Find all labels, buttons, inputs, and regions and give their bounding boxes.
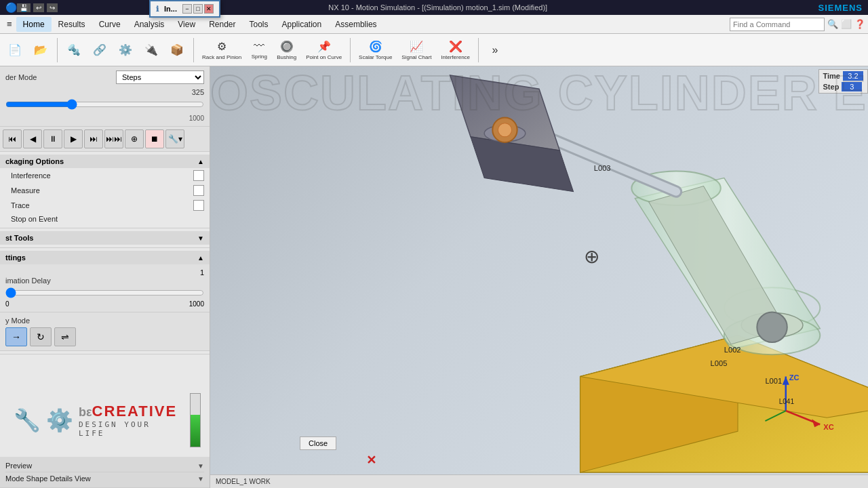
title-bar-buttons[interactable]: 💾 ↩ ↪	[17, 3, 58, 12]
svg-text:XC: XC	[823, 423, 833, 431]
toolbar-link[interactable]: 🔗	[87, 36, 112, 64]
help-icon[interactable]: ❓	[854, 19, 865, 29]
menu-analysis[interactable]: Analysis	[127, 17, 172, 32]
add-btn[interactable]: ⊕	[125, 129, 144, 148]
info-icon: ℹ	[156, 5, 159, 14]
mode-shape-arrow: ▼	[197, 475, 204, 483]
toolbar-driver[interactable]: ⚙️	[113, 36, 138, 64]
close-banner-label: Close	[309, 439, 328, 447]
toolbar-more[interactable]: »	[483, 36, 507, 64]
display-icon-group: → ↻ ⇌	[5, 327, 204, 346]
menu-curve[interactable]: Curve	[92, 17, 127, 32]
settings-header[interactable]: ttings ▲	[0, 251, 210, 264]
skip-to-start-btn[interactable]: ⏮	[3, 129, 22, 148]
mode-shape-dropdown[interactable]: Mode Shape Details View ▼	[5, 472, 204, 485]
progress-bar-fill	[191, 415, 200, 447]
menu-view[interactable]: View	[171, 17, 202, 32]
playback-max-value: 1000	[5, 115, 204, 122]
measure-checkbox[interactable]	[193, 185, 204, 196]
info-dialog: ℹ In... − □ ✕	[149, 0, 220, 18]
toolbar-open[interactable]: 📂	[28, 36, 53, 64]
display-mode-section: y Mode → ↻ ⇌	[0, 312, 210, 351]
stop-btn[interactable]: ⏹	[145, 129, 164, 148]
undo-btn[interactable]: ↩	[33, 3, 44, 12]
menu-assemblies[interactable]: Assemblies	[328, 17, 383, 32]
bushing-btn[interactable]: 🔘 Bushing	[273, 36, 300, 64]
svg-text:L005: L005	[711, 359, 728, 367]
display-swap-btn[interactable]: ⇌	[54, 327, 76, 346]
time-value[interactable]: 3.2	[843, 71, 863, 81]
packaging-chevron-up: ▲	[197, 158, 204, 165]
step-back-btn[interactable]: ◀	[23, 129, 42, 148]
gear-icon: ⚙️	[46, 407, 73, 433]
packaging-options-header[interactable]: ckaging Options ▲	[0, 155, 210, 168]
interference-row: Interference	[0, 168, 210, 183]
menu-application[interactable]: Application	[275, 17, 329, 32]
expand-icon[interactable]: ⬜	[841, 19, 852, 29]
viewport[interactable]: OSCULATING CYLINDER ENGINE	[210, 66, 868, 488]
playback-current-value: 325	[5, 88, 204, 96]
close-banner[interactable]: Close	[300, 436, 336, 450]
display-cycle-btn[interactable]: ↻	[30, 327, 52, 346]
anim-delay-value: 1	[5, 268, 204, 277]
playback-mode-select[interactable]: Steps Continuous Keyframe	[116, 70, 204, 84]
menu-results[interactable]: Results	[52, 17, 92, 32]
menu-render[interactable]: Render	[202, 17, 242, 32]
toolbar-new[interactable]: 📄	[3, 36, 27, 64]
anim-max: 1000	[189, 300, 204, 308]
toolbar-connector[interactable]: 🔌	[139, 36, 163, 64]
toolbar-joint[interactable]: 🔩	[62, 36, 86, 64]
svg-point-15	[498, 123, 511, 137]
preview-section: Preview ▼ Mode Shape Details View ▼	[0, 457, 210, 488]
preview-arrow: ▼	[197, 462, 204, 470]
time-step-overlay: Time 3.2 Step 3	[818, 69, 868, 94]
save-btn[interactable]: 💾	[17, 3, 31, 12]
rack-pinion-btn[interactable]: ⚙ Rack and Pinion	[198, 36, 245, 64]
post-tools-chevron: ▼	[197, 235, 204, 242]
toolbar-body[interactable]: 📦	[165, 36, 189, 64]
be-label: bε	[79, 405, 92, 420]
trace-checkbox[interactable]	[193, 200, 204, 211]
preview-label: Preview	[5, 462, 32, 470]
svg-text:L002: L002	[724, 346, 741, 354]
display-arrow-btn[interactable]: →	[5, 327, 27, 346]
toolbar-divider-1	[57, 38, 58, 62]
settings-play-btn[interactable]: 🔧▾	[165, 129, 184, 148]
left-panel: der Mode Steps Continuous Keyframe 325 1…	[0, 66, 210, 488]
point-on-curve-btn[interactable]: 📌 Point on Curve	[302, 36, 346, 64]
mode-shape-label: Mode Shape Details View	[5, 474, 91, 483]
model-svg: ZC XC L003 L002 L005 L001 L041	[210, 66, 868, 488]
menu-file[interactable]: ≡	[3, 18, 16, 30]
menu-tools[interactable]: Tools	[242, 17, 275, 32]
spring-btn[interactable]: 〰 Spring	[247, 36, 271, 64]
redo-btn[interactable]: ↪	[47, 3, 58, 12]
toolbar-divider-2	[193, 38, 194, 62]
anim-delay-slider[interactable]	[5, 287, 204, 298]
step-value[interactable]: 3	[842, 82, 862, 92]
menu-home[interactable]: Home	[16, 17, 52, 32]
pause-btn[interactable]: ⏸	[43, 129, 62, 148]
dialog-close[interactable]: ✕	[204, 4, 214, 14]
fast-forward-btn[interactable]: ⏭⏭	[104, 129, 123, 148]
interference-btn[interactable]: ❌ Interference	[437, 36, 474, 64]
dialog-minimize[interactable]: −	[182, 4, 192, 14]
playback-slider[interactable]	[5, 99, 204, 110]
signal-chart-btn[interactable]: 📈 Signal Chart	[397, 36, 435, 64]
interference-checkbox[interactable]	[193, 170, 204, 181]
svg-text:L041: L041	[779, 398, 795, 405]
search-command-input[interactable]	[730, 18, 825, 31]
scalar-torque-btn[interactable]: 🌀 Scalar Torque	[355, 36, 396, 64]
post-tools-header[interactable]: st Tools ▼	[0, 231, 210, 245]
design-life-label: DESIGN YOUR LIFE	[79, 420, 182, 438]
svg-point-16	[757, 312, 787, 342]
app-icon: 🔵	[5, 2, 17, 13]
skip-to-end-btn[interactable]: ⏭	[84, 129, 103, 148]
preview-dropdown[interactable]: Preview ▼	[5, 460, 204, 472]
dialog-maximize[interactable]: □	[193, 4, 203, 14]
search-icon[interactable]: 🔍	[827, 19, 838, 29]
dialog-controls[interactable]: − □ ✕	[182, 4, 214, 14]
step-forward-btn[interactable]: ▶	[64, 129, 83, 148]
menubar: ≡ Home Results Curve Analysis View Rende…	[0, 15, 868, 34]
toolbar: 📄 📂 🔩 🔗 ⚙️ 🔌 📦 ⚙ Rack and Pinion 〰 Sprin…	[0, 34, 868, 66]
step-label: Step	[823, 83, 840, 91]
